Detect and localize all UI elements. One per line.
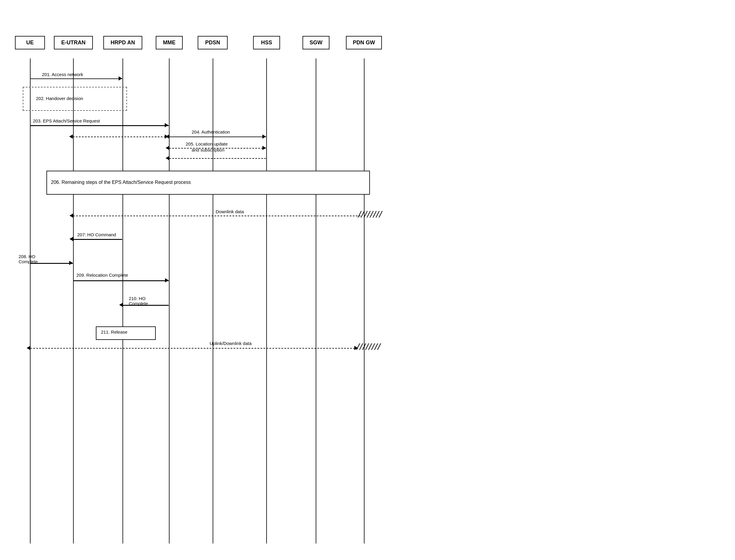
label-205b: and subscription <box>192 147 224 152</box>
arrowhead-207 <box>69 237 73 241</box>
arrowhead-203 <box>165 123 168 127</box>
label-211: 211. Release <box>101 329 127 335</box>
arrowhead-209 <box>165 278 169 282</box>
sequence-diagram: UE E-UTRAN HRPD AN MME PDSN HSS SGW PDN … <box>0 0 735 560</box>
arrowhead-uplink-left <box>27 346 30 350</box>
zigzag-uplink: ╱╱╱╱╱╱╱╱ <box>356 343 380 350</box>
label-203: 203. EPS Attach/Service Request <box>33 118 100 123</box>
entity-pdngw: PDN GW <box>346 36 382 49</box>
arrow-209 <box>73 280 169 281</box>
lifeline-mme <box>169 58 170 544</box>
arrowhead-205b-left <box>166 156 169 160</box>
arrow-203 <box>30 125 169 126</box>
arrowhead-back-204 <box>69 134 73 139</box>
arrow-uplink <box>30 348 358 349</box>
lifeline-ue <box>30 58 31 544</box>
arrowhead-downlink <box>69 214 73 218</box>
arrowhead-205-left <box>166 146 169 150</box>
entity-pdsn: PDSN <box>198 36 228 49</box>
arrowhead-201 <box>119 76 122 81</box>
label-202: 202. Handover decision <box>36 96 83 101</box>
lifeline-eutran <box>73 58 74 544</box>
zigzag-downlink: ╱╱╱╱╱╱╱╱ <box>358 211 382 218</box>
arrow-205b <box>169 158 266 159</box>
lifeline-pdngw <box>364 58 365 544</box>
arrowhead-210 <box>119 303 123 307</box>
arrow-207 <box>73 239 122 240</box>
entity-hrpdan: HRPD AN <box>103 36 142 49</box>
lifeline-hrpdan <box>123 58 123 544</box>
arrowhead-204-right <box>262 134 266 139</box>
label-204: 204. Authentication <box>192 129 230 134</box>
entity-hss: HSS <box>253 36 280 49</box>
label-208: 208. HOComplete <box>19 254 38 264</box>
label-207: 207: HO Command <box>77 232 116 237</box>
arrow-204-line <box>169 137 266 137</box>
arrowhead-back-204-r <box>165 134 168 139</box>
label-210: 210. HOComplete <box>129 296 148 306</box>
label-uplink: Uplink/Downlink data <box>210 341 252 346</box>
label-206: 206. Remaining steps of the EPS Attach/S… <box>51 180 191 185</box>
arrow-201 <box>30 78 122 79</box>
label-201: 201. Access network <box>42 72 83 77</box>
entity-ue: UE <box>15 36 45 49</box>
entity-sgw: SGW <box>303 36 329 49</box>
lifeline-sgw <box>316 58 316 544</box>
label-downlink: Downlink data <box>216 209 244 214</box>
lifeline-hss <box>266 58 267 544</box>
entity-mme: MME <box>156 36 183 49</box>
arrow-back-204 <box>73 137 169 137</box>
arrowhead-208 <box>69 261 73 265</box>
arrowhead-205-right <box>262 146 266 150</box>
arrow-downlink <box>73 216 361 216</box>
entity-eutran: E-UTRAN <box>54 36 93 49</box>
label-205a: 205. Location update <box>186 141 228 146</box>
label-209: 209. Relocation Complete <box>76 273 128 278</box>
